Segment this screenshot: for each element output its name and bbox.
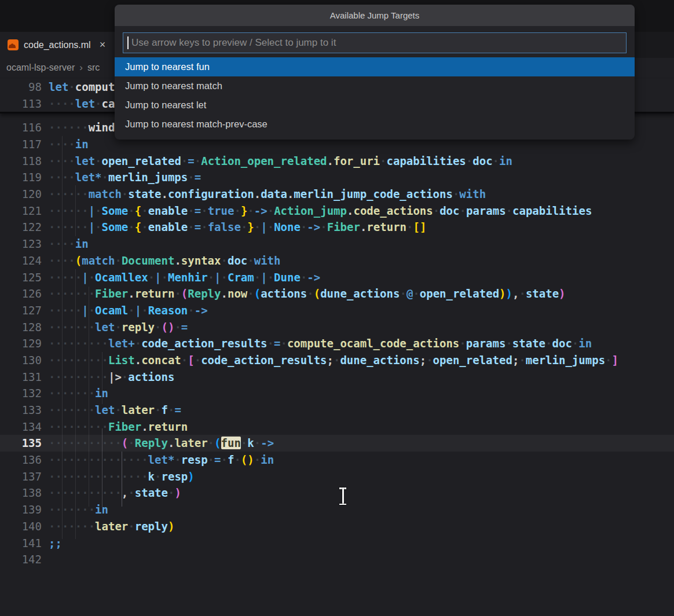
line-number: 127 [0, 304, 42, 317]
line-number: 119 [0, 171, 42, 184]
line-number: 137 [0, 470, 42, 483]
code-line-123[interactable]: 123····in [0, 236, 674, 252]
quickpick-item[interactable]: Jump to nearest match-prev-case [115, 115, 635, 134]
line-number: 135 [0, 437, 42, 449]
line-number: 131 [0, 371, 42, 383]
code-line-text: ····let·open_related·=·Action_open_relat… [42, 155, 512, 167]
ocaml-file-icon [8, 39, 19, 50]
line-number: 121 [0, 204, 42, 217]
line-number: 118 [0, 155, 42, 167]
editor-code-area[interactable]: 116······wind117····in118····let·open_re… [0, 119, 674, 568]
code-line-text: ·······later·reply) [42, 520, 174, 533]
code-line-134[interactable]: 134·········Fiber.return [0, 418, 674, 435]
tab-title: code_actions.ml [24, 40, 91, 50]
code-line-131[interactable]: 131·········|>·actions [0, 368, 674, 385]
line-number: 142 [0, 553, 42, 566]
code-line-119[interactable]: 119····let*·merlin_jumps·= [0, 169, 674, 186]
line-number: 129 [0, 337, 42, 350]
line-number: 124 [0, 254, 42, 267]
code-line-135[interactable]: 135···········(·Reply.later·(fun·k·-> [0, 435, 674, 452]
code-line-118[interactable]: 118····let·open_related·=·Action_open_re… [0, 152, 674, 169]
line-number: 139 [0, 503, 42, 516]
code-line-140[interactable]: 140·······later·reply) [0, 518, 674, 535]
breadcrumb-project[interactable]: ocaml-lsp-server [6, 63, 75, 73]
code-line-129[interactable]: 129·········let+·code_action_results·=·c… [0, 335, 674, 352]
code-line-text: ···········(·Reply.later·(fun·k·-> [42, 437, 274, 449]
line-number: 132 [0, 387, 42, 399]
code-line-text: ·······let·reply·()·= [42, 321, 188, 333]
line-number: 126 [0, 287, 42, 300]
code-line-text: ;; [42, 537, 62, 549]
quickpick-title: Available Jump Targets [115, 5, 635, 26]
code-line-130[interactable]: 130·········List.concat·[·code_action_re… [0, 352, 674, 369]
code-line-text: ·········let+·code_action_results·=·comp… [42, 337, 592, 350]
vscode-window: { "tab_bar": { "tab": { "title": "code_a… [0, 0, 674, 616]
code-line-133[interactable]: 133·······let·later·f·= [0, 402, 674, 419]
line-number: 123 [0, 237, 42, 250]
code-line-text: ······|·Some·{·enable·=·true·}·->·Action… [42, 204, 592, 217]
quickpick-item[interactable]: Jump to nearest fun [115, 57, 635, 76]
code-line-125[interactable]: 125·····|·Ocamllex·|·Menhir·|·Cram·|·Dun… [0, 269, 674, 285]
code-line-text: ····let*·merlin_jumps·= [42, 171, 201, 184]
code-line-text: ······|·Some·{·enable·=·false·}·|·None·-… [42, 221, 426, 233]
line-number: 141 [0, 537, 42, 549]
quickpick-item[interactable]: Jump to nearest let [115, 96, 635, 115]
line-number: 120 [0, 188, 42, 200]
line-number: 130 [0, 354, 42, 366]
code-line-text: ···············k·resp) [42, 470, 195, 483]
code-line-text: ····in [42, 138, 89, 151]
code-line-127[interactable]: 127·····|·Ocaml·|·Reason·-> [0, 302, 674, 319]
line-number: 113 [0, 97, 42, 110]
code-line-126[interactable]: 126·······Fiber.return·(Reply.now·(actio… [0, 285, 674, 302]
code-line-121[interactable]: 121······|·Some·{·enable·=·true·}·->·Act… [0, 202, 674, 219]
line-number: 134 [0, 420, 42, 433]
code-line-122[interactable]: 122······|·Some·{·enable·=·false·}·|·Non… [0, 219, 674, 236]
line-number: 122 [0, 221, 42, 233]
line-number: 128 [0, 321, 42, 333]
breadcrumb-folder[interactable]: src [87, 63, 100, 73]
quickpick-panel: Available Jump Targets Jump to nearest f… [115, 5, 635, 140]
breadcrumb-separator-icon: › [79, 62, 83, 74]
text-caret [127, 36, 129, 49]
tab-code-actions[interactable]: code_actions.ml × [0, 32, 119, 58]
code-line-text: ····in [42, 237, 89, 250]
line-number: 125 [0, 271, 42, 284]
code-line-128[interactable]: 128·······let·reply·()·= [0, 318, 674, 335]
code-line-text: ····(match·Document.syntax·doc·with [42, 254, 280, 267]
code-line-136[interactable]: 136···············let*·resp·=·f·()·in [0, 452, 674, 468]
line-number: 98 [0, 80, 42, 93]
code-line-text: ······wind [42, 121, 115, 134]
code-line-139[interactable]: 139·······in [0, 501, 674, 518]
code-line-text: ·······in [42, 503, 108, 516]
line-number: 117 [0, 138, 42, 151]
code-line-120[interactable]: 120······match·state.configuration.data.… [0, 186, 674, 203]
code-line-text: let·comput [42, 80, 115, 93]
line-number: 138 [0, 486, 42, 499]
line-number: 116 [0, 121, 42, 134]
code-line-text: ·········Fiber.return [42, 420, 188, 433]
quickpick-input[interactable] [130, 36, 626, 49]
code-line-132[interactable]: 132·······in [0, 385, 674, 402]
code-line-text: ······match·state.configuration.data.mer… [42, 188, 486, 200]
code-line-124[interactable]: 124····(match·Document.syntax·doc·with [0, 252, 674, 269]
code-line-text: ·····|·Ocamllex·|·Menhir·|·Cram·|·Dune·-… [42, 271, 320, 284]
code-line-text: ·········List.concat·[·code_action_resul… [42, 354, 618, 366]
code-line-text: ···············let*·resp·=·f·()·in [42, 453, 274, 466]
line-number: 140 [0, 520, 42, 533]
code-line-text: ·········|>·actions [42, 371, 174, 383]
code-line-text: ····let·ca [42, 97, 115, 110]
quickpick-item[interactable]: Jump to nearest match [115, 76, 635, 96]
code-line-text: ···········,·state·) [42, 486, 181, 499]
code-line-text: ·······let·later·f·= [42, 404, 181, 416]
quickpick-input-box[interactable] [123, 32, 627, 53]
code-line-text: ·····|·Ocaml·|·Reason·-> [42, 304, 208, 317]
quickpick-list: Jump to nearest funJump to nearest match… [115, 57, 635, 134]
code-line-138[interactable]: 138···········,·state·) [0, 485, 674, 501]
code-line-text: ·······Fiber.return·(Reply.now·(actions·… [42, 287, 566, 300]
code-line-137[interactable]: 137···············k·resp) [0, 468, 674, 485]
code-line-text: ·······in [42, 387, 108, 399]
code-line-141[interactable]: 141;; [0, 534, 674, 551]
code-line-142[interactable]: 142 [0, 551, 674, 568]
mouse-ibeam-cursor [339, 487, 347, 505]
tab-close-icon[interactable]: × [100, 39, 106, 51]
